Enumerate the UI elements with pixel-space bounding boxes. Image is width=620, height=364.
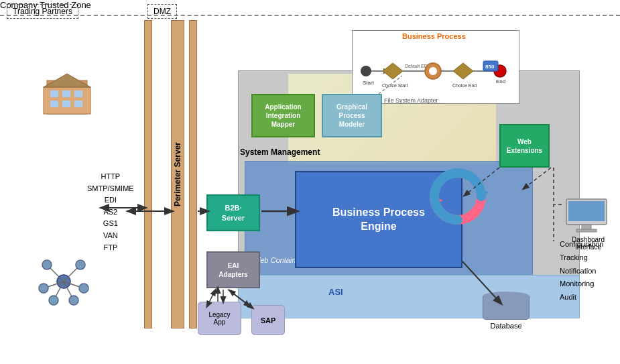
ftp-label: FTP [87, 242, 134, 254]
asi-label: ASI [328, 287, 343, 297]
building-icon-svg [40, 70, 94, 117]
business-process-diagram-box: Start Choice Start Default EDI Choice En… [352, 30, 519, 104]
sap-label: SAP [261, 316, 276, 324]
sap-box: SAP [251, 305, 285, 335]
svg-point-0 [361, 66, 371, 76]
top-border-line [0, 15, 620, 16]
svg-text:850: 850 [485, 64, 495, 70]
web-extensions-label: Web Extensions [507, 137, 542, 155]
svg-point-39 [39, 284, 48, 293]
svg-rect-28 [74, 90, 82, 97]
protocol-labels: HTTP SMTP/SMIME EDI AS2 GS1 VAN FTP [87, 171, 134, 253]
trading-partner-icon-bottom [34, 255, 94, 310]
trading-partner-icon-top [40, 70, 94, 119]
notification-label: Notification [560, 265, 603, 278]
monitor-icon-svg [563, 198, 610, 235]
monitoring-label: Monitoring [560, 278, 603, 291]
svg-marker-3 [383, 63, 403, 79]
svg-point-37 [76, 260, 85, 269]
audit-label: Audit [560, 291, 603, 304]
svg-rect-27 [62, 90, 70, 97]
network-icon-svg [34, 255, 94, 308]
svg-rect-31 [74, 101, 82, 107]
b2b-server-label: B2B· Server [222, 203, 245, 223]
svg-text:Start: Start [363, 80, 375, 86]
svg-point-41 [79, 284, 88, 293]
business-process-title: Business Process [402, 32, 466, 40]
circular-arrow-svg [428, 166, 488, 227]
right-panel-text: Configuration Tracking Notification Moni… [560, 238, 603, 304]
eai-adapters-box: EAI Adapters [206, 251, 260, 288]
svg-rect-21 [576, 229, 597, 232]
svg-rect-30 [62, 101, 70, 107]
perimeter-server-bar: Perimeter Server [171, 20, 184, 328]
architecture-diagram: Trading Partners DMZ Company Trusted Zon… [0, 0, 620, 364]
svg-rect-19 [568, 201, 605, 221]
http-label: HTTP [87, 171, 134, 183]
gpm-box: Graphical Process Modeler [322, 94, 382, 137]
svg-text:Choice Start: Choice Start [382, 83, 408, 88]
gpm-label: Graphical Process Modeler [336, 103, 367, 129]
smtp-label: SMTP/SMIME [87, 183, 134, 195]
eai-adapters-label: EAI Adapters [219, 261, 247, 279]
edi-label: EDI [87, 194, 134, 206]
aim-box: Application Integration Mapper [251, 94, 315, 137]
svg-point-45 [69, 296, 78, 305]
svg-rect-26 [50, 90, 58, 97]
tracking-label: Tracking [560, 251, 603, 265]
legacy-app-box: Legacy App [198, 302, 241, 335]
config-label: Configuration [560, 238, 603, 251]
legacy-app-label: Legacy App [208, 311, 230, 326]
trusted-zone-label: Company Trusted Zone [0, 0, 620, 10]
circular-arrow-graphic [428, 166, 481, 220]
file-system-adapter-label: File System Adapter [384, 97, 438, 104]
trading-partners-zone-label: Trading Partners [7, 4, 78, 19]
gs1-label: GS1 [87, 218, 134, 230]
van-label: VAN [87, 230, 134, 242]
svg-point-35 [42, 260, 52, 269]
perimeter-server-label: Perimeter Server [173, 142, 182, 206]
svg-text:Choice End: Choice End [452, 83, 477, 88]
dmz-bar-right [189, 20, 197, 328]
system-management-label: System Management [240, 147, 320, 157]
b2b-server-box: B2B· Server [206, 194, 260, 231]
svg-text:End: End [496, 78, 505, 84]
web-extensions-box: Web Extensions [499, 124, 550, 168]
svg-point-8 [429, 67, 437, 75]
svg-marker-10 [453, 63, 473, 79]
dmz-bar-left [144, 20, 152, 328]
dmz-zone-label: DMZ [147, 4, 177, 19]
database-label: Database [483, 322, 530, 330]
aim-label: Application Integration Mapper [265, 103, 301, 129]
svg-point-43 [49, 296, 58, 305]
svg-rect-29 [50, 101, 58, 107]
database-box: Database [483, 292, 530, 328]
bpe-label: Business Process Engine [332, 206, 425, 234]
as2-label: AS2 [87, 206, 134, 219]
database-body [483, 296, 530, 320]
